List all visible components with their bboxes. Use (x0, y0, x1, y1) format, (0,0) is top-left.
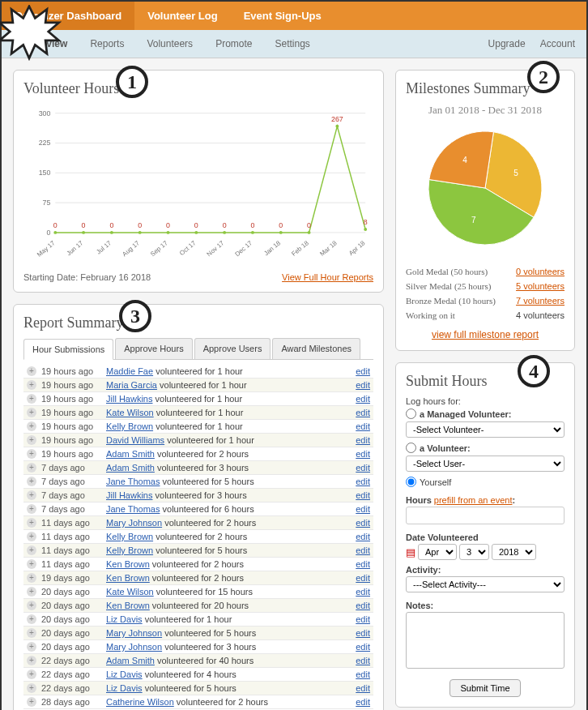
submission-user-link[interactable]: Maria Garcia (106, 380, 157, 390)
submission-user-link[interactable]: Kelly Brown (106, 545, 153, 555)
radio-yourself[interactable] (406, 477, 416, 487)
expand-icon[interactable]: + (27, 435, 36, 445)
tab-award-milestones[interactable]: Award Milestones (272, 338, 360, 359)
submission-user-link[interactable]: Mary Johnson (106, 518, 162, 528)
tab-hour-submissions[interactable]: Hour Submissions (23, 339, 113, 360)
select-volunteer[interactable]: -Select User- (406, 456, 565, 472)
expand-icon[interactable]: + (27, 504, 36, 514)
expand-icon[interactable]: + (27, 697, 36, 707)
submission-edit-link[interactable]: edit (356, 642, 370, 652)
subnav-upgrade[interactable]: Upgrade (488, 38, 526, 49)
submission-edit-link[interactable]: edit (356, 545, 370, 555)
expand-icon[interactable]: + (27, 614, 36, 624)
submission-edit-link[interactable]: edit (356, 366, 370, 376)
submission-user-link[interactable]: Ken Brown (106, 559, 150, 569)
subnav-promote[interactable]: Promote (204, 30, 263, 58)
expand-icon[interactable]: + (27, 545, 36, 555)
select-managed-volunteer[interactable]: -Select Volunteer- (406, 421, 565, 438)
submission-user-link[interactable]: Jill Hawkins (106, 490, 152, 500)
submission-user-link[interactable]: Adam Smith (106, 463, 155, 473)
date-month-select[interactable]: Apr (418, 544, 457, 560)
submission-edit-link[interactable]: edit (356, 656, 370, 665)
submission-user-link[interactable]: Kelly Brown (106, 421, 153, 431)
submission-edit-link[interactable]: edit (356, 683, 370, 693)
subnav-volunteers[interactable]: Volunteers (135, 30, 204, 58)
submission-edit-link[interactable]: edit (356, 532, 370, 541)
expand-icon[interactable]: + (27, 559, 36, 569)
subnav-reports[interactable]: Reports (79, 30, 135, 58)
expand-icon[interactable]: + (27, 449, 36, 459)
expand-icon[interactable]: + (27, 421, 36, 431)
submission-user-link[interactable]: Mary Johnson (106, 642, 162, 652)
submission-edit-link[interactable]: edit (356, 504, 370, 514)
view-full-milestone-link[interactable]: view full milestone report (432, 329, 539, 340)
subnav-settings[interactable]: Settings (263, 30, 321, 58)
submission-edit-link[interactable]: edit (356, 490, 370, 500)
submission-edit-link[interactable]: edit (356, 463, 370, 473)
expand-icon[interactable]: + (27, 601, 36, 610)
expand-icon[interactable]: + (27, 532, 36, 541)
submission-user-link[interactable]: Catherine Wilson (106, 697, 174, 707)
nav-volunteer-log[interactable]: Volunteer Log (134, 2, 230, 30)
submission-user-link[interactable]: David Williams (106, 435, 164, 445)
expand-icon[interactable]: + (27, 656, 36, 665)
expand-icon[interactable]: + (27, 490, 36, 500)
tab-approve-hours[interactable]: Approve Hours (115, 338, 192, 359)
submission-edit-link[interactable]: edit (356, 518, 370, 528)
radio-volunteer[interactable] (406, 443, 416, 453)
submission-user-link[interactable]: Jane Thomas (106, 504, 160, 514)
view-full-hour-reports-link[interactable]: View Full Hour Reports (282, 272, 373, 282)
prefill-event-link[interactable]: prefill from an event (434, 495, 513, 505)
calendar-icon[interactable]: ▤ (406, 546, 415, 558)
submission-user-link[interactable]: Jill Hawkins (106, 394, 152, 404)
expand-icon[interactable]: + (27, 380, 36, 390)
submission-user-link[interactable]: Ken Brown (106, 601, 150, 610)
expand-icon[interactable]: + (27, 587, 36, 597)
submission-edit-link[interactable]: edit (356, 614, 370, 624)
date-day-select[interactable]: 3 (459, 544, 489, 560)
submit-time-button[interactable]: Submit Time (450, 679, 520, 697)
expand-icon[interactable]: + (27, 642, 36, 652)
submission-user-link[interactable]: Jane Thomas (106, 477, 160, 486)
select-activity[interactable]: ---Select Activity--- (406, 576, 565, 592)
submission-user-link[interactable]: Mary Johnson (106, 628, 162, 638)
submission-user-link[interactable]: Adam Smith (106, 656, 155, 665)
submission-user-link[interactable]: Maddie Fae (106, 366, 153, 376)
submission-edit-link[interactable]: edit (356, 394, 370, 404)
submission-user-link[interactable]: Adam Smith (106, 449, 155, 459)
expand-icon[interactable]: + (27, 408, 36, 417)
submission-edit-link[interactable]: edit (356, 669, 370, 679)
subnav-account[interactable]: Account (540, 38, 575, 49)
submission-user-link[interactable]: Liz Davis (106, 669, 143, 679)
expand-icon[interactable]: + (27, 463, 36, 473)
submission-edit-link[interactable]: edit (356, 573, 370, 583)
hours-input[interactable] (406, 507, 565, 524)
expand-icon[interactable]: + (27, 518, 36, 528)
radio-managed-volunteer[interactable] (406, 408, 416, 419)
submission-edit-link[interactable]: edit (356, 380, 370, 390)
submission-edit-link[interactable]: edit (356, 697, 370, 707)
expand-icon[interactable]: + (27, 573, 36, 583)
submission-edit-link[interactable]: edit (356, 408, 370, 417)
expand-icon[interactable]: + (27, 394, 36, 404)
nav-event-signups[interactable]: Event Sign-Ups (231, 2, 334, 30)
notes-textarea[interactable] (406, 612, 565, 669)
submission-edit-link[interactable]: edit (356, 421, 370, 431)
submission-edit-link[interactable]: edit (356, 449, 370, 459)
submission-edit-link[interactable]: edit (356, 435, 370, 445)
tab-approve-users[interactable]: Approve Users (194, 338, 271, 359)
submission-user-link[interactable]: Kate Wilson (106, 587, 154, 597)
submission-edit-link[interactable]: edit (356, 601, 370, 610)
milestone-count-link[interactable]: 5 volunteers (516, 281, 565, 291)
submission-user-link[interactable]: Ken Brown (106, 573, 150, 583)
submission-edit-link[interactable]: edit (356, 587, 370, 597)
expand-icon[interactable]: + (27, 628, 36, 638)
submission-user-link[interactable]: Liz Davis (106, 683, 143, 693)
submission-user-link[interactable]: Liz Davis (106, 614, 143, 624)
submission-edit-link[interactable]: edit (356, 477, 370, 486)
expand-icon[interactable]: + (27, 366, 36, 376)
expand-icon[interactable]: + (27, 683, 36, 693)
submission-user-link[interactable]: Kelly Brown (106, 532, 153, 541)
milestone-count-link[interactable]: 0 volunteers (516, 267, 565, 276)
submission-edit-link[interactable]: edit (356, 628, 370, 638)
